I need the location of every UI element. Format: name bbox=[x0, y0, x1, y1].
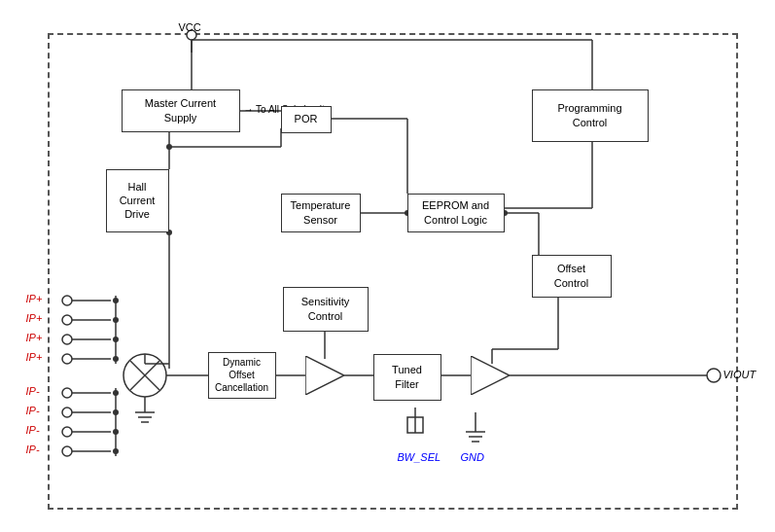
ip-plus-label-1: IP+ bbox=[26, 293, 43, 304]
ip-minus-label-3: IP- bbox=[26, 424, 40, 436]
master-current-supply-label: Master Current Supply bbox=[145, 96, 216, 124]
ip-minus-label-1: IP- bbox=[26, 385, 40, 397]
por-label: POR bbox=[295, 112, 318, 125]
master-current-supply-block: Master Current Supply bbox=[122, 89, 240, 132]
ip-minus-label-4: IP- bbox=[26, 443, 40, 455]
ip-plus-label-3: IP+ bbox=[26, 332, 43, 343]
eeprom-label: EEPROM and Control Logic bbox=[422, 198, 489, 227]
tuned-filter-block: Tuned Filter bbox=[373, 354, 441, 401]
ip-plus-label-2: IP+ bbox=[26, 312, 43, 324]
offset-control-block: Offset Control bbox=[532, 255, 612, 298]
offset-control-label: Offset Control bbox=[554, 262, 588, 290]
eeprom-block: EEPROM and Control Logic bbox=[407, 194, 505, 232]
dynamic-offset-block: Dynamic Offset Cancellation bbox=[208, 352, 276, 399]
temperature-sensor-block: Temperature Sensor bbox=[281, 194, 361, 232]
hall-current-drive-block: Hall Current Drive bbox=[106, 169, 169, 232]
programming-control-block: Programming Control bbox=[532, 89, 649, 142]
vcc-label: VCC bbox=[179, 21, 201, 33]
sensitivity-control-label: Sensitivity Control bbox=[301, 295, 350, 323]
hall-current-drive-label: Hall Current Drive bbox=[120, 180, 156, 222]
amplifier-2 bbox=[471, 356, 510, 395]
ip-plus-label-4: IP+ bbox=[26, 351, 43, 363]
block-diagram: VCC Master Current Supply → To All Subci… bbox=[18, 14, 757, 519]
bw-sel-label: BW_SEL bbox=[398, 451, 441, 463]
ip-minus-label-2: IP- bbox=[26, 405, 40, 416]
dynamic-offset-label: Dynamic Offset Cancellation bbox=[209, 356, 275, 394]
svg-marker-73 bbox=[305, 356, 344, 395]
temperature-sensor-label: Temperature Sensor bbox=[291, 198, 351, 227]
gnd-label: GND bbox=[461, 451, 484, 463]
programming-control-label: Programming Control bbox=[557, 101, 621, 129]
por-block: POR bbox=[281, 106, 332, 133]
svg-marker-74 bbox=[471, 356, 510, 395]
viout-label: VIOUT bbox=[723, 369, 757, 380]
amplifier-1 bbox=[305, 356, 344, 395]
tuned-filter-label: Tuned Filter bbox=[392, 363, 422, 391]
sensitivity-control-block: Sensitivity Control bbox=[283, 287, 369, 332]
